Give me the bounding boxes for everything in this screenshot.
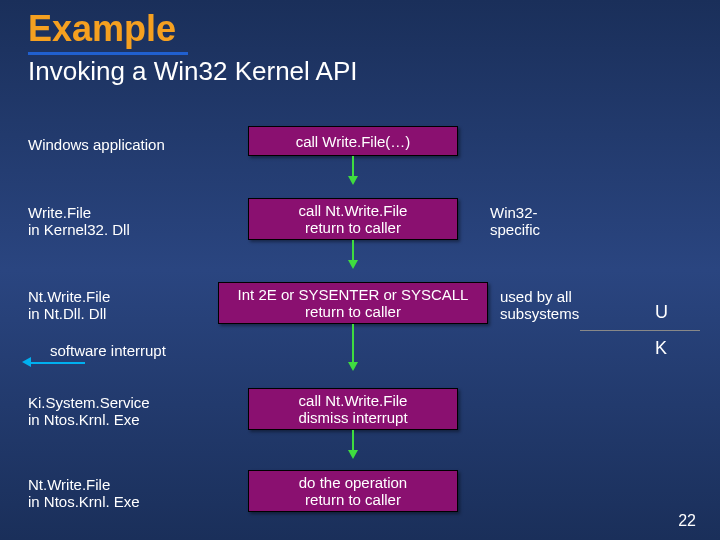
title-underline: [28, 52, 188, 55]
mode-k: K: [655, 338, 667, 359]
row2-note-l2: subsystems: [500, 305, 579, 322]
row2-box-l2: return to caller: [305, 303, 401, 320]
uk-divider: [580, 330, 700, 331]
arrow3-stem: [352, 430, 354, 450]
row0-label: Windows application: [28, 136, 165, 153]
row4-box-l1: do the operation: [299, 474, 407, 491]
row1-box: call Nt.Write.File return to caller: [248, 198, 458, 240]
row2-label-l1: Nt.Write.File: [28, 288, 110, 305]
row2-note: used by all subsystems: [500, 288, 579, 323]
row2-note-l1: used by all: [500, 288, 572, 305]
arrow2-stem: [352, 324, 354, 362]
row1-note: Win32- specific: [490, 204, 540, 239]
slide-title: Example: [28, 8, 176, 50]
row0-box-text: call Write.File(…): [296, 133, 411, 150]
arrow1-head: [348, 260, 358, 269]
row3-label-l2: in Ntos.Krnl. Exe: [28, 411, 140, 428]
row1-label: Write.File in Kernel32. Dll: [28, 204, 130, 239]
row1-note-l1: Win32-: [490, 204, 538, 221]
arrow1-stem: [352, 240, 354, 260]
software-interrupt-arrow-head: [22, 357, 31, 367]
row3-label: Ki.System.Service in Ntos.Krnl. Exe: [28, 394, 150, 429]
row3-box-l1: call Nt.Write.File: [299, 392, 408, 409]
software-interrupt-label: software interrupt: [50, 342, 166, 359]
row4-label-l2: in Ntos.Krnl. Exe: [28, 493, 140, 510]
row1-note-l2: specific: [490, 221, 540, 238]
row4-label: Nt.Write.File in Ntos.Krnl. Exe: [28, 476, 140, 511]
row2-box: Int 2E or SYSENTER or SYSCALL return to …: [218, 282, 488, 324]
row2-label: Nt.Write.File in Nt.Dll. Dll: [28, 288, 110, 323]
row3-box: call Nt.Write.File dismiss interrupt: [248, 388, 458, 430]
arrow3-head: [348, 450, 358, 459]
row4-label-l1: Nt.Write.File: [28, 476, 110, 493]
row1-label-l1: Write.File: [28, 204, 91, 221]
row3-label-l1: Ki.System.Service: [28, 394, 150, 411]
row4-box: do the operation return to caller: [248, 470, 458, 512]
row1-box-l2: return to caller: [305, 219, 401, 236]
row4-box-l2: return to caller: [305, 491, 401, 508]
software-interrupt-arrow-line: [30, 362, 85, 364]
page-number: 22: [678, 512, 696, 530]
row1-label-l2: in Kernel32. Dll: [28, 221, 130, 238]
mode-u: U: [655, 302, 668, 323]
row2-box-l1: Int 2E or SYSENTER or SYSCALL: [238, 286, 469, 303]
row3-box-l2: dismiss interrupt: [298, 409, 407, 426]
row1-box-l1: call Nt.Write.File: [299, 202, 408, 219]
row2-label-l2: in Nt.Dll. Dll: [28, 305, 106, 322]
slide-subtitle: Invoking a Win32 Kernel API: [28, 56, 358, 87]
arrow2-head: [348, 362, 358, 371]
arrow0-head: [348, 176, 358, 185]
row0-box: call Write.File(…): [248, 126, 458, 156]
arrow0-stem: [352, 156, 354, 176]
